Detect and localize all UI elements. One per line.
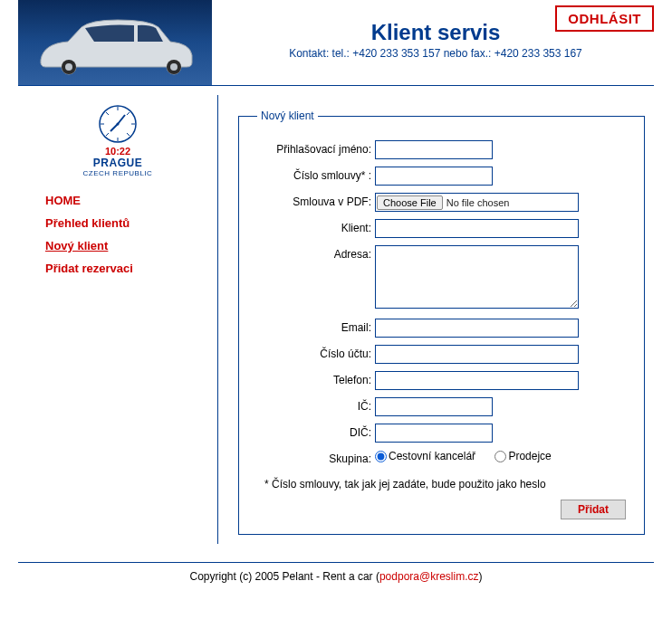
input-contract-pdf[interactable]: Choose File No file chosen	[375, 193, 579, 212]
input-contract-no[interactable]	[375, 167, 493, 186]
input-ico[interactable]	[375, 397, 493, 416]
svg-point-3	[170, 63, 178, 71]
logout-button[interactable]: ODHLÁSIT	[555, 5, 654, 32]
vertical-divider	[217, 95, 218, 544]
label-contract-no: Číslo smlouvy* :	[257, 167, 375, 182]
radio-travel-agency-label[interactable]: Cestovní kancelář	[375, 450, 475, 462]
radio-seller[interactable]	[494, 451, 506, 462]
new-client-form: Nový klient Přihlašovací jméno: Číslo sm…	[238, 110, 645, 535]
car-icon	[27, 14, 199, 78]
label-phone: Telefon:	[257, 371, 375, 386]
label-account-no: Číslo účtu:	[257, 345, 375, 360]
submit-button[interactable]: Přidat	[561, 500, 626, 519]
radio-seller-label[interactable]: Prodejce	[494, 450, 551, 462]
file-status-text: No file chosen	[446, 197, 510, 208]
form-note: * Číslo smlouvy, tak jak jej zadáte, bud…	[264, 478, 626, 490]
input-client[interactable]	[375, 219, 579, 238]
clock-time: 10:22	[18, 146, 217, 157]
footer-prefix: Copyright (c) 2005 Pelant - Rent a car (	[190, 570, 379, 583]
label-group: Skupina:	[257, 450, 375, 465]
label-email: Email:	[257, 319, 375, 334]
clock-icon	[98, 104, 138, 144]
nav-home[interactable]: HOME	[45, 194, 217, 207]
input-dic[interactable]	[375, 424, 493, 443]
svg-point-15	[117, 123, 120, 126]
input-address[interactable]	[375, 245, 579, 309]
svg-point-1	[65, 63, 72, 71]
label-contract-pdf: Smlouva v PDF:	[257, 193, 375, 208]
clock-widget: 10:22 PRAGUE CZECH REPUBLIC	[18, 104, 217, 177]
clock-city: PRAGUE	[18, 157, 217, 169]
input-login[interactable]	[375, 140, 493, 159]
input-email[interactable]	[375, 319, 579, 338]
label-ico: IČ:	[257, 397, 375, 413]
label-client: Klient:	[257, 219, 375, 234]
input-account-no[interactable]	[375, 345, 579, 364]
input-phone[interactable]	[375, 371, 579, 390]
nav-client-overview[interactable]: Přehled klientů	[45, 216, 217, 230]
clock-country: CZECH REPUBLIC	[18, 169, 217, 177]
label-dic: DIČ:	[257, 424, 375, 439]
nav-new-client[interactable]: Nový klient	[45, 239, 217, 252]
footer-suffix: )	[479, 570, 483, 583]
header-car-image	[18, 0, 212, 85]
contact-line: Kontakt: tel.: +420 233 353 157 nebo fax…	[217, 47, 654, 60]
label-address: Adresa:	[257, 245, 375, 261]
file-choose-button[interactable]: Choose File	[377, 195, 443, 210]
label-login: Přihlašovací jméno:	[257, 140, 375, 156]
form-legend: Nový klient	[257, 110, 318, 122]
footer: Copyright (c) 2005 Pelant - Rent a car (…	[0, 563, 672, 597]
radio-travel-agency[interactable]	[375, 451, 387, 462]
nav-add-reservation[interactable]: Přidat rezervaci	[45, 262, 217, 275]
footer-email-link[interactable]: podpora@kreslim.cz	[379, 570, 479, 583]
